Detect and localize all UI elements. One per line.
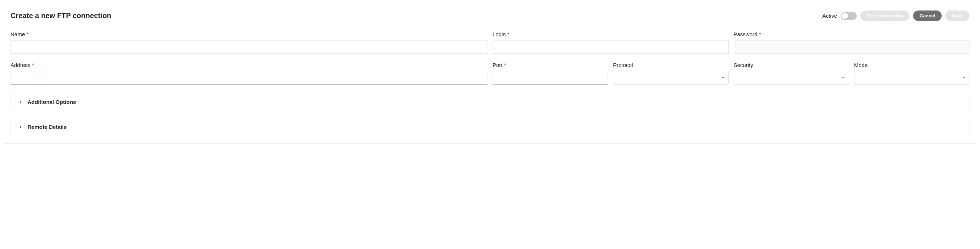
required-marker: * <box>504 62 506 68</box>
cancel-button[interactable]: Cancel <box>913 11 942 21</box>
login-label-text: Login <box>493 31 506 37</box>
name-label: Name * <box>11 31 487 37</box>
port-label: Port * <box>493 62 608 68</box>
required-marker: * <box>759 31 761 37</box>
port-label-text: Port <box>493 62 503 68</box>
name-field: Name * <box>11 31 487 54</box>
additional-options-title: Additional Options <box>27 99 76 105</box>
name-label-text: Name <box>11 31 25 37</box>
mode-label: Mode <box>854 62 969 68</box>
password-label-text: Password <box>734 31 757 37</box>
port-input[interactable] <box>493 71 608 85</box>
password-input[interactable] <box>734 40 970 54</box>
security-field: Security <box>734 62 849 85</box>
chevron-right-icon <box>18 100 22 104</box>
additional-options-panel[interactable]: Additional Options <box>11 93 969 111</box>
mode-select[interactable] <box>854 71 969 85</box>
protocol-select[interactable] <box>613 71 728 85</box>
address-label: Address * <box>11 62 487 68</box>
protocol-label: Protocol <box>613 62 728 68</box>
form-header: Create a new FTP connection Active Test … <box>11 11 969 21</box>
login-label: Login * <box>493 31 729 37</box>
required-marker: * <box>32 62 34 68</box>
page-title: Create a new FTP connection <box>11 11 111 20</box>
chevron-right-icon <box>18 125 22 129</box>
form-grid: Name * Login * Password * Address * <box>11 31 969 85</box>
address-label-text: Address <box>11 62 30 68</box>
mode-field: Mode <box>854 62 969 85</box>
security-select[interactable] <box>734 71 849 85</box>
remote-details-title: Remote Details <box>27 124 67 130</box>
save-button[interactable]: Save <box>945 11 969 21</box>
protocol-field: Protocol <box>613 62 728 85</box>
active-toggle[interactable] <box>841 12 857 20</box>
address-input[interactable] <box>11 71 487 85</box>
remote-details-panel[interactable]: Remote Details <box>11 118 969 136</box>
test-connection-button[interactable]: Test connection <box>860 11 910 21</box>
required-marker: * <box>26 31 29 37</box>
password-field: Password * <box>734 31 970 54</box>
required-marker: * <box>508 31 509 37</box>
ftp-connection-form: Create a new FTP connection Active Test … <box>3 3 977 144</box>
toggle-knob-icon <box>842 13 848 19</box>
login-input[interactable] <box>493 40 729 54</box>
security-label: Security <box>734 62 849 68</box>
header-actions: Active Test connection Cancel Save <box>822 11 969 21</box>
login-field: Login * <box>493 31 729 54</box>
active-label: Active <box>822 13 837 19</box>
port-field: Port * <box>493 62 608 85</box>
name-input[interactable] <box>11 40 487 54</box>
password-label: Password * <box>734 31 970 37</box>
address-field: Address * <box>11 62 487 85</box>
